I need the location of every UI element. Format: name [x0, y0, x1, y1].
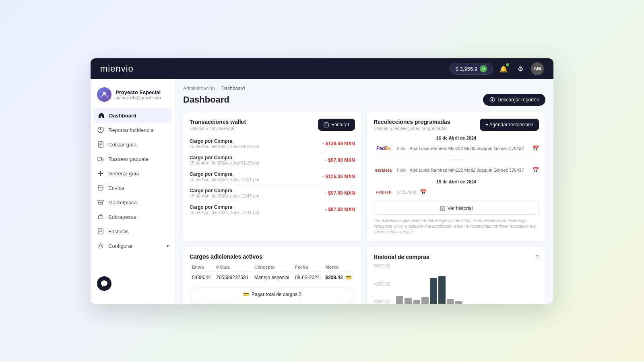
wallet-card: Transacciones wallet Últimos 5 movimient…: [183, 112, 361, 241]
chat-button[interactable]: [97, 276, 111, 291]
top-nav: mienvio $ 3,955.9 ↻ 🔔 ⚙ AM: [91, 58, 553, 79]
bar-4: [421, 297, 429, 304]
chevron-down-icon: ▾: [167, 244, 169, 248]
sidebar-label-dashboard: Dashboard: [109, 113, 136, 119]
chart-header: Historial de compras ≡: [374, 253, 539, 261]
sidebar-label-rastrear: Rastrear paquete: [108, 156, 149, 162]
document-icon: [97, 141, 104, 148]
main-layout: Proyecto Especial gomez.rdz@gmail.com Da…: [91, 79, 553, 304]
user-section: Proyecto Especial gomez.rdz@gmail.com: [91, 84, 175, 108]
sidebar: Proyecto Especial gomez.rdz@gmail.com Da…: [91, 79, 175, 304]
recolecciones-title: Recolecciones programadas: [374, 119, 450, 125]
bar-1: [396, 296, 403, 304]
sidebar-label-generar: Generar guía: [108, 171, 139, 177]
sidebar-item-marketplace[interactable]: Marketplace: [91, 195, 175, 210]
avatar: [97, 87, 111, 102]
recolecciones-subtitle: Últimas 5 recolecciones programadas: [374, 126, 450, 131]
agendar-recoleccion-button[interactable]: + Agendar recolección: [480, 119, 539, 131]
user-info: Proyecto Especial gomez.rdz@gmail.com: [116, 89, 161, 100]
user-avatar-button[interactable]: AM: [531, 62, 544, 75]
redpack-logo: redpack: [374, 188, 394, 196]
sidebar-item-configurar[interactable]: Configurar ▾: [91, 239, 175, 253]
chart-y-labels: 50000.00 40000.00 30000.00: [374, 264, 390, 304]
transaction-info: Cargo por Compra 15 de Abril de 2024, a …: [190, 171, 259, 182]
notifications-button[interactable]: 🔔: [497, 62, 510, 75]
bar-7: [447, 299, 454, 304]
date-header-inner: · · · · ·: [374, 158, 539, 162]
notification-badge: [506, 63, 509, 66]
refresh-icon: ↻: [480, 65, 487, 72]
sidebar-label-envios: Envíos: [108, 185, 124, 191]
monto-amount: $209.42: [325, 275, 343, 280]
page-title: Dashboard: [183, 95, 229, 105]
recolecciones-list: 16 de Abril de 2024 FedEx Folio Ana Luis…: [374, 136, 539, 199]
table-row: 5430044 205589237581 Manejo especial 08-…: [190, 272, 355, 284]
sidebar-item-reportar[interactable]: Reportar incidencia: [91, 123, 175, 137]
svg-point-3: [100, 131, 101, 132]
gear-icon: ⚙: [518, 65, 523, 73]
ver-historial-button[interactable]: Ver historial: [374, 202, 539, 215]
monto-value: $209.42 💳: [323, 272, 355, 284]
sidebar-item-generar[interactable]: Generar guía: [91, 166, 175, 181]
y-label-2: 40000.00: [374, 282, 390, 286]
svg-point-19: [100, 245, 102, 247]
balance-button[interactable]: $ 3,955.9 ↻: [450, 63, 493, 75]
chart-title: Historial de compras: [374, 254, 429, 260]
transaction-info: Cargo por Compra 15 de Abril de 2024, a …: [190, 204, 259, 215]
wallet-subtitle: Últimos 5 movimientos: [190, 126, 246, 131]
breadcrumb-parent: Administración: [183, 86, 215, 91]
download-reports-button[interactable]: Descargar reportes: [483, 94, 545, 106]
app-container: mienvio $ 3,955.9 ↻ 🔔 ⚙ AM: [91, 58, 553, 304]
historial-card: Historial de compras ≡ 50000.00 40000.00…: [367, 247, 545, 304]
breadcrumb-separator: ›: [217, 86, 219, 91]
pagar-cargos-button[interactable]: 💳 Pagar total de cargos $: [190, 288, 355, 301]
user-name: Proyecto Especial: [116, 89, 161, 95]
transaction-info: Cargo por Compra 15 de Abril de 2024, a …: [190, 138, 259, 149]
svg-point-9: [98, 160, 99, 161]
sidebar-item-facturas[interactable]: Facturas: [91, 224, 175, 239]
fedex-logo: FedEx: [374, 144, 394, 152]
date-header-1: 16 de Abril de 2024: [374, 136, 539, 140]
truck-icon: [97, 155, 104, 162]
table-row: Cargo por Compra 15 de Abril de 2024, a …: [190, 185, 355, 202]
home-icon: [98, 112, 105, 119]
sidebar-label-marketplace: Marketplace: [108, 200, 137, 206]
svg-rect-15: [99, 202, 103, 204]
sidebar-item-sobrepesos[interactable]: Sobrepesos: [91, 210, 175, 224]
cargos-card: Cargos adicionales activos Envío # Guía …: [183, 247, 361, 304]
plus-icon: [97, 170, 104, 177]
y-label-1: 50000.00: [374, 264, 390, 268]
bar-2: [405, 298, 412, 304]
sidebar-item-cotizar[interactable]: Cotizar guía: [91, 137, 175, 152]
estafeta-logo: estafeta: [374, 166, 394, 174]
sidebar-item-envios[interactable]: Envíos: [91, 181, 175, 195]
sidebar-item-rastrear[interactable]: Rastrear paquete: [91, 152, 175, 166]
top-grid: Transacciones wallet Últimos 5 movimient…: [183, 112, 545, 241]
col-concepto: Concepto: [252, 263, 293, 272]
chart-area: 50000.00 40000.00 30000.00: [374, 264, 539, 304]
facturar-label: Facturar: [331, 122, 349, 128]
sidebar-label-configurar: Configurar: [108, 243, 133, 249]
list-item: redpack 14357941 📅: [374, 186, 539, 199]
sidebar-label-reportar: Reportar incidencia: [108, 127, 153, 133]
recolecciones-header: Recolecciones programadas Últimas 5 reco…: [374, 119, 539, 131]
recolecciones-title-group: Recolecciones programadas Últimas 5 reco…: [374, 119, 450, 131]
bar-5: [430, 278, 437, 304]
list-item: FedEx Folio Ana Luisa Ramirez Mm222 Mdd2…: [374, 142, 539, 155]
user-email: gomez.rdz@gmail.com: [116, 95, 161, 100]
recoleccion-note: "Te recordamos que cada folio tiene vige…: [374, 218, 539, 235]
col-guia: # Guía: [214, 263, 252, 272]
recoleccion-info: Ana Luisa Ramirez Mm222 Mdd2 Joaquín Góm…: [410, 146, 529, 151]
table-row: Cargo por Compra 15 de Abril de 2024, a …: [190, 136, 355, 152]
facturar-button[interactable]: Facturar: [318, 119, 355, 131]
fecha-value: 08-03-2024: [293, 272, 323, 284]
svg-rect-8: [98, 157, 101, 160]
content-area: Administración › Dashboard Dashboard Des…: [175, 79, 553, 304]
store-icon: [97, 199, 104, 206]
sidebar-item-dashboard[interactable]: Dashboard: [94, 108, 172, 123]
chart-menu-icon[interactable]: ≡: [535, 253, 539, 261]
card-icon: 💳: [346, 275, 352, 280]
transaction-info: Cargo por Compra 15 de Abril de 2024, a …: [190, 155, 259, 165]
folio-number: 14357941: [397, 190, 417, 195]
settings-button[interactable]: ⚙: [514, 62, 527, 75]
